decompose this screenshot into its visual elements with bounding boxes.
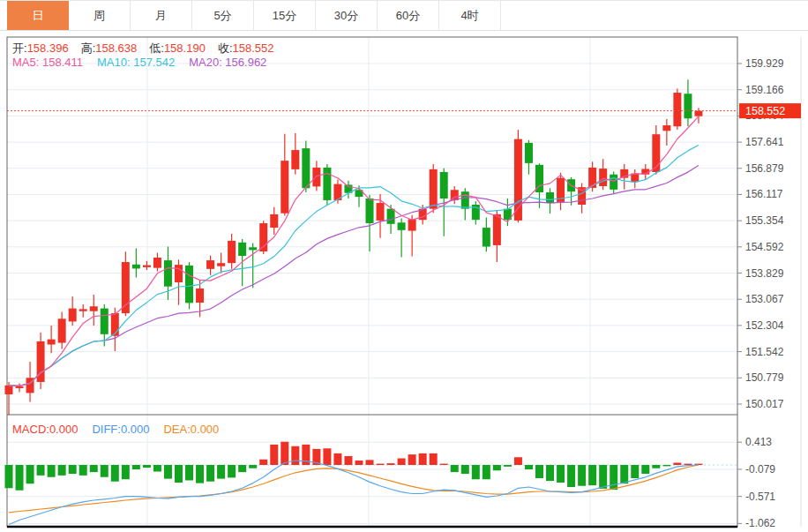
svg-text:158.552: 158.552 <box>745 105 785 117</box>
svg-text:156.117: 156.117 <box>745 188 783 200</box>
kline-chart[interactable]: 159.929159.166158.404157.641156.879156.1… <box>0 0 808 532</box>
tab-month[interactable]: 月 <box>131 1 192 30</box>
period-tabbar: 日周月5分15分30分60分4时 <box>0 0 808 31</box>
tab-m15[interactable]: 15分 <box>254 1 316 30</box>
tab-day[interactable]: 日 <box>7 1 69 30</box>
svg-text:-0.079: -0.079 <box>745 463 775 476</box>
low-label: 低: <box>149 41 164 55</box>
svg-text:153.829: 153.829 <box>745 267 784 280</box>
open-value: 158.396 <box>27 41 69 55</box>
close-value: 158.552 <box>233 41 274 55</box>
tab-m60[interactable]: 60分 <box>378 1 439 30</box>
tab-m30[interactable]: 30分 <box>316 1 378 30</box>
svg-text:150.017: 150.017 <box>745 398 784 410</box>
svg-text:156.879: 156.879 <box>745 162 784 175</box>
ma-lines <box>9 116 699 386</box>
price-axis: 159.929159.166158.404157.641156.879156.1… <box>737 57 784 529</box>
svg-text:152.304: 152.304 <box>745 319 784 332</box>
svg-text:157.641: 157.641 <box>745 136 784 148</box>
svg-text:0.413: 0.413 <box>745 436 772 448</box>
ma10-value: MA10: 157.542 <box>97 56 175 69</box>
svg-text:154.592: 154.592 <box>745 241 784 253</box>
high-label: 高: <box>81 41 96 55</box>
svg-text:-1.062: -1.062 <box>745 517 775 529</box>
svg-text:-0.571: -0.571 <box>745 491 775 503</box>
ohlc-legend: 开:158.396高:158.638低:158.190收:158.552 <box>12 41 287 56</box>
macd-value: MACD:0.000 <box>12 423 78 436</box>
dea-value: DEA:0.000 <box>163 423 219 436</box>
diff-value: DIFF:0.000 <box>92 423 149 436</box>
ma5-value: MA5: 158.411 <box>12 56 83 69</box>
svg-text:159.166: 159.166 <box>745 84 784 96</box>
tab-m5[interactable]: 5分 <box>192 1 254 30</box>
tab-h4[interactable]: 4时 <box>439 1 501 30</box>
macd-panel <box>5 442 738 525</box>
ma20-value: MA20: 156.962 <box>189 56 266 69</box>
macd-legend: MACD:0.000DIFF:0.000DEA:0.000 <box>12 423 219 436</box>
svg-text:150.779: 150.779 <box>745 371 784 384</box>
svg-text:159.929: 159.929 <box>745 57 784 70</box>
tab-week[interactable]: 周 <box>69 1 131 30</box>
svg-text:151.542: 151.542 <box>745 346 784 358</box>
open-label: 开: <box>12 41 27 55</box>
high-value: 158.638 <box>95 41 137 55</box>
low-value: 158.190 <box>164 41 206 55</box>
kline-chart-widget: 日周月5分15分30分60分4时 159.929159.166158.40415… <box>0 0 808 532</box>
svg-text:155.354: 155.354 <box>745 214 784 227</box>
current-price-flag: 158.552 <box>739 103 801 118</box>
ma-legend: MA5: 158.411MA10: 157.542MA20: 156.962 <box>12 56 266 69</box>
close-label: 收: <box>218 41 233 55</box>
svg-text:153.067: 153.067 <box>745 293 784 305</box>
